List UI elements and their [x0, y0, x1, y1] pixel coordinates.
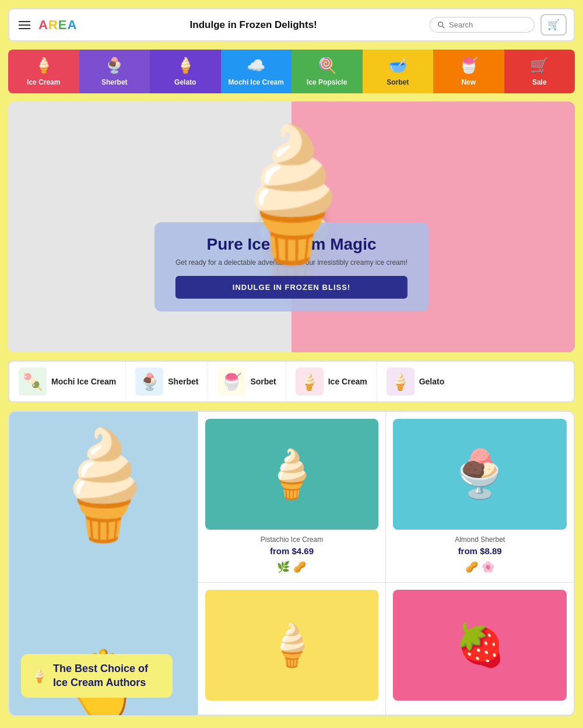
strip-mochi-thumb: 🍡 [19, 368, 47, 396]
category-label: Sherbet [101, 78, 128, 86]
product-3-icon: 🍦 [266, 621, 317, 669]
category-gelato[interactable]: 🍦 Gelato [150, 50, 221, 93]
logo: AREA [38, 18, 77, 33]
product-feature-panel: 🍦 🤚 🍦 The Best Choice of Ice Cream Autho… [9, 412, 198, 715]
product-price-almond: from $8.89 [458, 546, 502, 556]
strip-sherbet-thumb: 🍨 [135, 368, 163, 396]
category-label: Mochi Ice Cream [229, 78, 284, 86]
feature-label-text: The Best Choice of Ice Cream Authors [53, 662, 162, 690]
strip-gelato-thumb: 🍦 [387, 368, 415, 396]
hero-title: Pure Ice Cream Magic [175, 235, 408, 254]
category-mochi[interactable]: ☁️ Mochi Ice Cream [221, 50, 292, 93]
ice-cream-icon: 🍦 [34, 57, 53, 75]
mochi-icon: ☁️ [247, 57, 265, 75]
search-input[interactable] [449, 20, 519, 29]
pistachio-cone-icon: 🍦 [262, 447, 321, 502]
header-title: Indulge in Frozen Delights! [83, 19, 424, 31]
category-label: Sale [532, 78, 547, 86]
tag-almond: 🥜 [465, 561, 478, 573]
feature-label-box: 🍦 The Best Choice of Ice Cream Authors [21, 654, 173, 698]
product-img-3: 🍦 [205, 590, 379, 701]
category-label: Ice Popsicle [307, 78, 347, 86]
category-strip: 🍡 Mochi Ice Cream 🍨 Sherbet 🍧 Sorbet 🍦 I… [8, 360, 575, 402]
svg-line-1 [442, 26, 444, 28]
product-tags-almond: 🥜 🌸 [465, 561, 494, 573]
product-card-3: 🍦 [198, 583, 386, 716]
header: AREA Indulge in Frozen Delights! 🛒 [8, 8, 575, 41]
search-icon [437, 21, 445, 29]
hero-cta-button[interactable]: INDULGE IN FROZEN BLISS! [175, 276, 408, 299]
strip-ice-cream[interactable]: 🍦 Ice Cream [286, 362, 377, 401]
feature-label-icon: 🍦 [31, 668, 47, 684]
product-img-4: 🍓 [393, 590, 567, 701]
product-tags-pistachio: 🌿 🥜 [277, 561, 306, 573]
category-new[interactable]: 🍧 New [433, 50, 504, 93]
hero-content-box: Pure Ice Cream Magic Get ready for a del… [154, 222, 429, 312]
strip-sorbet[interactable]: 🍧 Sorbet [208, 362, 286, 401]
product-4-icon: 🍓 [455, 621, 505, 669]
product-card-pistachio: 🍦 Pistachio Ice Cream from $4.69 🌿 🥜 [198, 412, 386, 583]
strip-gelato[interactable]: 🍦 Gelato [377, 362, 454, 401]
search-box [430, 17, 535, 33]
tag-leaf: 🌿 [277, 561, 290, 573]
menu-button[interactable] [16, 19, 33, 32]
hero-banner: 🍦 🍦 Pure Ice Cream Magic Get ready for a… [8, 102, 575, 352]
category-sale[interactable]: 🛒 Sale [504, 50, 575, 93]
product-name-almond: Almond Sherbet [455, 536, 505, 544]
gelato-icon: 🍦 [176, 57, 195, 75]
tag-nut: 🥜 [293, 561, 306, 573]
strip-gelato-label: Gelato [419, 377, 445, 386]
sorbet-icon: 🥣 [388, 57, 407, 75]
cart-button[interactable]: 🛒 [540, 14, 567, 36]
category-label: Gelato [174, 78, 196, 86]
category-sorbet[interactable]: 🥣 Sorbet [363, 50, 434, 93]
category-ice-cream[interactable]: 🍦 Ice Cream [8, 50, 79, 93]
product-img-almond: 🍨 [393, 419, 567, 530]
category-label: New [461, 78, 476, 86]
hero-subtitle: Get ready for a delectable adventure wit… [175, 258, 408, 267]
category-label: Ice Cream [27, 78, 60, 86]
tag-flower: 🌸 [482, 561, 494, 573]
svg-point-0 [438, 22, 443, 26]
category-label: Sorbet [387, 78, 409, 86]
strip-ice-cream-thumb: 🍦 [296, 368, 324, 396]
strip-sorbet-label: Sorbet [250, 377, 276, 386]
product-name-pistachio: Pistachio Ice Cream [261, 536, 323, 544]
strip-mochi-label: Mochi Ice Cream [51, 377, 116, 386]
category-sherbet[interactable]: 🍨 Sherbet [79, 50, 150, 93]
sale-icon: 🛒 [530, 57, 549, 75]
category-nav: 🍦 Ice Cream 🍨 Sherbet 🍦 Gelato ☁️ Mochi … [8, 50, 575, 93]
sherbet-icon: 🍨 [105, 57, 124, 75]
strip-sherbet-label: Sherbet [168, 377, 198, 386]
product-section: 🍦 🤚 🍦 The Best Choice of Ice Cream Autho… [8, 411, 575, 716]
product-card-almond: 🍨 Almond Sherbet from $8.89 🥜 🌸 [385, 412, 574, 583]
almond-ice-cream-icon: 🍨 [451, 447, 509, 502]
product-price-pistachio: from $4.69 [270, 546, 314, 556]
product-card-4: 🍓 [385, 583, 574, 716]
new-icon: 🍧 [459, 57, 478, 75]
strip-mochi[interactable]: 🍡 Mochi Ice Cream [9, 362, 126, 401]
category-popsicle[interactable]: 🍭 Ice Popsicle [292, 50, 363, 93]
strip-sorbet-thumb: 🍧 [217, 368, 245, 396]
popsicle-icon: 🍭 [318, 57, 336, 75]
strip-sherbet[interactable]: 🍨 Sherbet [126, 362, 208, 401]
product-img-pistachio: 🍦 [205, 419, 379, 530]
strip-ice-cream-label: Ice Cream [328, 377, 367, 386]
